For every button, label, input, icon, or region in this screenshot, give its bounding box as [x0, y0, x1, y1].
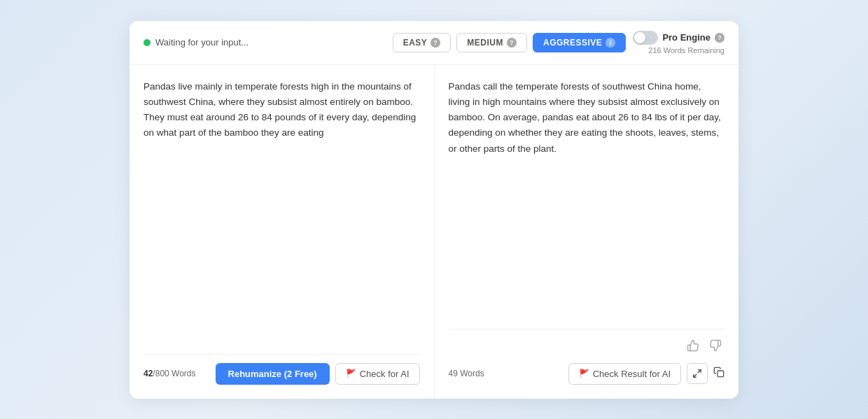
- left-text-content[interactable]: Pandas live mainly in temperate forests …: [144, 79, 420, 347]
- words-remaining: 216 Words Remaining: [648, 46, 724, 55]
- right-text-content: Pandas call the temperate forests of sou…: [449, 79, 725, 322]
- right-word-count-label: Words: [460, 369, 484, 378]
- right-panel: Pandas call the temperate forests of sou…: [435, 65, 739, 399]
- medium-info-icon: ?: [507, 38, 517, 48]
- medium-mode-button[interactable]: MEDIUM ?: [456, 33, 527, 52]
- right-footer-all: 49 Words 🚩 Check Result for AI: [449, 329, 725, 385]
- check-ai-label: Check for AI: [360, 369, 410, 379]
- left-word-count-total: 800: [155, 369, 169, 378]
- copy-button[interactable]: [713, 367, 724, 381]
- easy-info-icon: ?: [430, 38, 440, 48]
- easy-mode-button[interactable]: EASY ?: [393, 33, 451, 52]
- expand-button[interactable]: [687, 363, 708, 384]
- right-word-count: 49 Words: [449, 369, 484, 378]
- content-area: Pandas live mainly in temperate forests …: [130, 65, 738, 399]
- left-word-count: 42/800 Words: [144, 369, 196, 378]
- aggressive-info-icon: i: [606, 38, 615, 48]
- pro-engine-toggle[interactable]: [633, 31, 658, 45]
- thumbs-row: [449, 336, 725, 357]
- flag-icon: 🚩: [346, 369, 356, 378]
- pro-engine-info-icon: ?: [715, 33, 724, 43]
- thumbs-up-button[interactable]: [684, 336, 702, 357]
- pro-engine-label: Pro Engine: [662, 32, 710, 43]
- left-footer-actions: Rehumanize (2 Free) 🚩 Check for AI: [216, 363, 420, 385]
- aggressive-mode-label: AGGRESSIVE: [543, 38, 602, 48]
- check-result-flag-icon: 🚩: [579, 369, 589, 378]
- left-panel: Pandas live mainly in temperate forests …: [130, 65, 435, 399]
- right-word-count-num: 49: [449, 369, 458, 378]
- easy-mode-label: EASY: [403, 38, 428, 48]
- right-footer-right: 🚩 Check Result for AI: [568, 363, 724, 385]
- aggressive-mode-button[interactable]: AGGRESSIVE i: [533, 33, 626, 52]
- medium-mode-label: MEDIUM: [467, 38, 503, 48]
- check-result-label: Check Result for AI: [593, 369, 671, 379]
- left-panel-footer: 42/800 Words Rehumanize (2 Free) 🚩 Check…: [144, 354, 420, 385]
- thumbs-down-button[interactable]: [706, 336, 724, 357]
- toggle-knob: [634, 32, 645, 43]
- toolbar: Waiting for your input... EASY ? MEDIUM …: [130, 21, 738, 65]
- check-ai-button[interactable]: 🚩 Check for AI: [335, 363, 420, 385]
- status-indicator: Waiting for your input...: [144, 37, 386, 48]
- pro-engine-row: Pro Engine ?: [633, 31, 724, 45]
- left-word-count-current: 42: [144, 369, 153, 378]
- left-word-count-label: Words: [172, 369, 195, 378]
- check-result-button[interactable]: 🚩 Check Result for AI: [568, 363, 681, 385]
- status-text: Waiting for your input...: [155, 37, 248, 48]
- right-bottom-row: 49 Words 🚩 Check Result for AI: [449, 363, 725, 385]
- pro-engine-section: Pro Engine ? 216 Words Remaining: [633, 31, 724, 55]
- main-card: Waiting for your input... EASY ? MEDIUM …: [130, 21, 738, 399]
- mode-buttons: EASY ? MEDIUM ? AGGRESSIVE i: [393, 33, 626, 52]
- rehumanize-button[interactable]: Rehumanize (2 Free): [216, 363, 330, 385]
- svg-rect-2: [718, 371, 724, 377]
- status-dot: [144, 39, 150, 46]
